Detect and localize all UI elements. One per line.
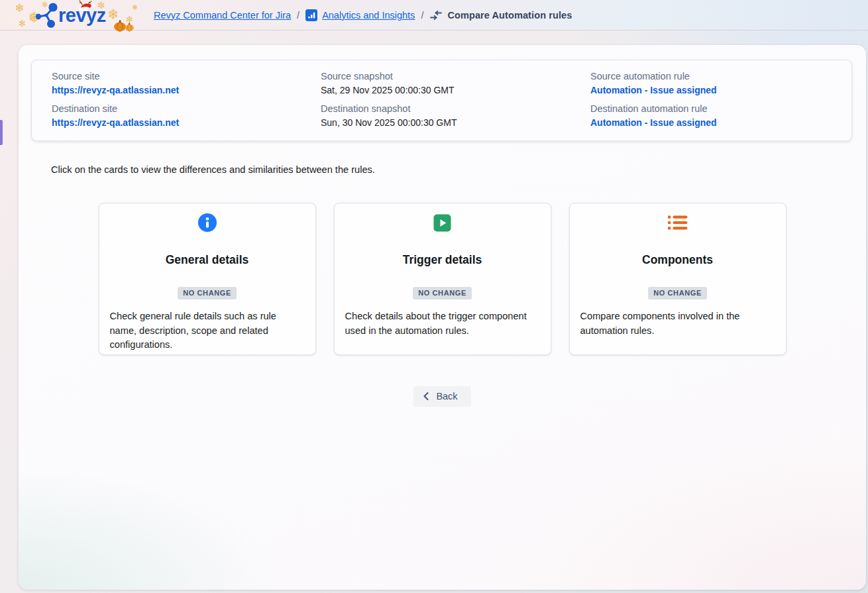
compare-rules-panel: Source site https://revyz-qa.atlassian.n… [19, 45, 866, 590]
snowflake-icon: ❄ [15, 1, 24, 15]
source-site-link[interactable]: https://revyz-qa.atlassian.net [52, 85, 179, 95]
molecule-logo-icon [33, 2, 58, 28]
field-source-site: Source site https://revyz-qa.atlassian.n… [52, 71, 321, 99]
back-button[interactable]: Back [413, 386, 470, 407]
back-button-label: Back [436, 391, 457, 402]
status-badge: NO CHANGE [178, 287, 237, 299]
source-snapshot-value: Sat, 29 Nov 2025 00:00:30 GMT [321, 85, 590, 95]
back-button-row: Back [19, 386, 866, 407]
destination-snapshot-value: Sun, 30 Nov 2025 00:00:30 GMT [321, 117, 590, 128]
card-description: Check details about the trigger componen… [345, 309, 540, 338]
field-destination-snapshot: Destination snapshot Sun, 30 Nov 2025 00… [321, 103, 590, 132]
breadcrumb-home-link[interactable]: Revyz Command Center for Jira [154, 10, 291, 21]
status-badge: NO CHANGE [413, 287, 472, 299]
destination-automation-rule-link[interactable]: Automation - Issue assigned [590, 117, 717, 128]
breadcrumb-separator: / [421, 10, 423, 21]
app-header: ❄ ❅ ✻ ❄ ✼ ❄ ✻ ❅ revyz [0, 0, 868, 30]
field-label: Source automation rule [590, 71, 832, 81]
snowflake-icon: ✻ [19, 19, 26, 28]
field-label: Destination automation rule [590, 103, 832, 114]
chevron-left-icon [423, 392, 429, 400]
components-card[interactable]: Components NO CHANGE Compare components … [569, 203, 787, 355]
left-scrollbar-thumb[interactable] [0, 120, 3, 145]
analytics-icon [305, 9, 317, 21]
instruction-text: Click on the cards to view the differenc… [51, 164, 866, 175]
field-label: Destination snapshot [321, 103, 590, 114]
card-title: Trigger details [345, 253, 540, 267]
card-title: Components [580, 253, 775, 267]
field-destination-site: Destination site https://revyz-qa.atlass… [52, 103, 321, 132]
field-destination-automation-rule: Destination automation rule Automation -… [590, 103, 832, 132]
card-description: Compare components involved in the autom… [580, 309, 775, 338]
santa-hat-icon [77, 0, 95, 12]
info-icon [198, 213, 217, 232]
field-label: Source snapshot [321, 71, 590, 81]
breadcrumb: Revyz Command Center for Jira / Analytic… [154, 9, 572, 21]
field-source-snapshot: Source snapshot Sat, 29 Nov 2025 00:00:3… [321, 71, 590, 99]
status-badge: NO CHANGE [648, 287, 707, 299]
breadcrumb-separator: / [297, 10, 299, 21]
destination-site-link[interactable]: https://revyz-qa.atlassian.net [52, 117, 179, 128]
source-automation-rule-link[interactable]: Automation - Issue assigned [590, 85, 717, 95]
card-description: Check general rule details such as rule … [110, 309, 305, 352]
comparison-cards-row: General details NO CHANGE Check general … [19, 203, 866, 355]
compare-icon [429, 9, 443, 21]
trigger-details-card[interactable]: Trigger details NO CHANGE Check details … [334, 203, 551, 355]
snowflake-icon: ❅ [132, 3, 138, 12]
bullet-list-icon [668, 215, 688, 231]
comparison-summary-card: Source site https://revyz-qa.atlassian.n… [31, 60, 852, 141]
pumpkin-icon [113, 19, 135, 32]
breadcrumb-current: Compare Automation rules [447, 10, 572, 21]
general-details-card[interactable]: General details NO CHANGE Check general … [99, 203, 316, 355]
play-icon [433, 214, 451, 232]
breadcrumb-analytics-link[interactable]: Analytics and Insights [322, 10, 415, 21]
field-source-automation-rule: Source automation rule Automation - Issu… [590, 71, 832, 99]
field-label: Destination site [52, 103, 321, 114]
field-label: Source site [52, 71, 321, 81]
revyz-logo: ❄ ❅ ✻ ❄ ✼ ❄ ✻ ❅ revyz [0, 0, 149, 30]
card-title: General details [110, 253, 305, 267]
